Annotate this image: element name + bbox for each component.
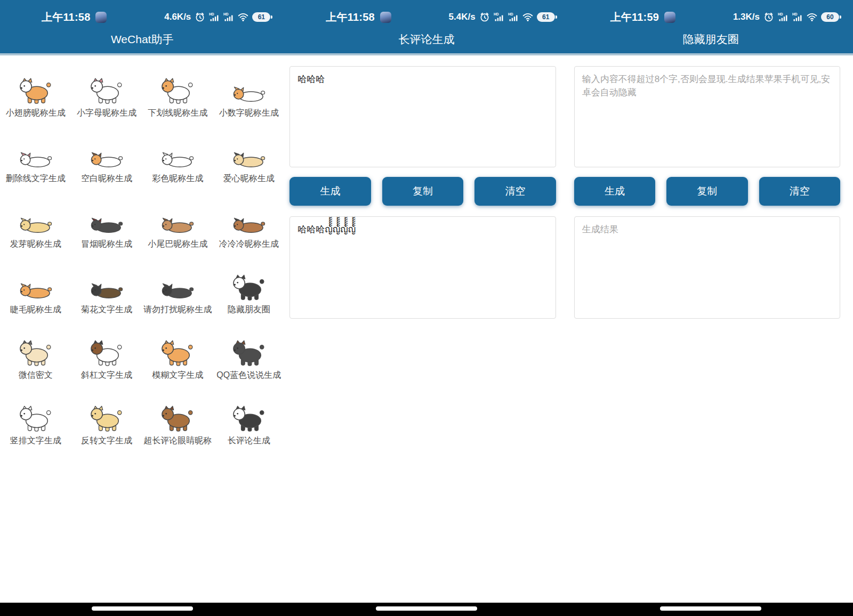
page-title: WeChat助手 xyxy=(0,28,284,51)
result-output[interactable]: 哈哈哈ญ้้้้้ญ้้้้้ญ้้้้้ญ้้้้้ xyxy=(289,216,556,319)
feature-item-label: 反转文字生成 xyxy=(81,435,132,447)
dog-icon xyxy=(232,335,265,368)
feature-item[interactable]: 彩色昵称生成 xyxy=(142,135,213,200)
page-title: 隐藏朋友圈 xyxy=(569,28,853,51)
feature-item-label: 小字母昵称生成 xyxy=(77,108,136,119)
feature-item[interactable]: 小翅膀昵称生成 xyxy=(0,69,71,135)
clear-button[interactable]: 清空 xyxy=(759,177,840,206)
feature-item-label: 微信密文 xyxy=(19,370,53,381)
generate-button[interactable]: 生成 xyxy=(574,177,655,206)
feature-item-label: 空白昵称生成 xyxy=(81,173,132,184)
feature-item[interactable]: 冷冷冷昵称生成 xyxy=(213,200,284,266)
feature-item-label: 菊花文字生成 xyxy=(81,304,132,315)
alarm-icon xyxy=(479,12,490,22)
feature-item[interactable]: 爱心昵称生成 xyxy=(213,135,284,200)
app-header: 上午11:58 5.4K/s 61 长评论生成 xyxy=(284,0,568,55)
feature-item[interactable]: 隐藏朋友圈 xyxy=(213,266,284,331)
feature-item-label: 冒烟昵称生成 xyxy=(81,239,132,250)
dog-icon xyxy=(90,204,123,237)
feature-item-label: 请勿打扰昵称生成 xyxy=(143,304,212,315)
dog-icon xyxy=(161,269,194,302)
feature-item[interactable]: 下划线昵称生成 xyxy=(142,69,213,135)
dog-icon xyxy=(161,138,194,171)
status-time: 上午11:58 xyxy=(326,10,374,25)
battery-indicator: 60 xyxy=(821,12,839,22)
dog-icon xyxy=(232,269,265,302)
dog-icon xyxy=(90,72,123,106)
feature-item-label: 爱心昵称生成 xyxy=(223,173,275,184)
feature-item[interactable]: 微信密文 xyxy=(0,331,71,397)
status-bar: 上午11:58 5.4K/s 61 xyxy=(284,0,568,28)
dog-icon xyxy=(90,269,123,302)
feature-item-label: QQ蓝色说说生成 xyxy=(216,370,281,381)
feature-item[interactable]: 请勿打扰昵称生成 xyxy=(142,266,213,331)
moments-input[interactable] xyxy=(574,66,840,167)
feature-item[interactable]: 睫毛昵称生成 xyxy=(0,266,71,331)
feature-item-label: 竖排文字生成 xyxy=(10,435,61,447)
button-row: 生成 复制 清空 xyxy=(289,177,556,206)
feature-item[interactable]: 竖排文字生成 xyxy=(0,397,71,463)
hd-signal-icon xyxy=(209,12,220,22)
dog-icon xyxy=(161,204,194,237)
button-row: 生成 复制 清空 xyxy=(574,177,840,206)
battery-indicator: 61 xyxy=(537,12,555,22)
status-time: 上午11:59 xyxy=(610,10,659,25)
dog-icon xyxy=(232,204,265,237)
feature-item[interactable]: 斜杠文字生成 xyxy=(71,331,142,397)
alarm-icon xyxy=(195,12,205,22)
feature-item[interactable]: 小数字昵称生成 xyxy=(213,69,284,135)
dog-icon xyxy=(19,269,52,302)
dog-icon xyxy=(161,400,194,433)
stitched-screenshots: 上午11:58 4.6K/s 61 WeChat助手 xyxy=(0,0,853,616)
feature-item-label: 超长评论眼睛昵称 xyxy=(143,435,212,447)
notification-app-icon xyxy=(95,12,107,23)
feature-item-label: 隐藏朋友圈 xyxy=(228,304,270,315)
gesture-pill[interactable] xyxy=(660,606,761,611)
dog-icon xyxy=(232,138,265,171)
generate-button[interactable]: 生成 xyxy=(289,177,371,206)
feature-item-label: 睫毛昵称生成 xyxy=(10,304,61,315)
status-bar: 上午11:58 4.6K/s 61 xyxy=(0,0,284,28)
dog-icon xyxy=(19,400,52,433)
hd-signal-icon xyxy=(778,12,788,22)
feature-item[interactable]: 长评论生成 xyxy=(213,397,284,463)
feature-item[interactable]: 超长评论眼睛昵称 xyxy=(142,397,213,463)
network-speed: 5.4K/s xyxy=(449,12,476,22)
generator-form: 生成 复制 清空 xyxy=(569,55,853,319)
status-time: 上午11:58 xyxy=(42,10,90,25)
feature-item-label: 彩色昵称生成 xyxy=(152,173,203,184)
alarm-icon xyxy=(763,12,774,22)
feature-item[interactable]: QQ蓝色说说生成 xyxy=(213,331,284,397)
comment-input[interactable]: 哈哈哈 xyxy=(289,66,556,167)
dog-icon xyxy=(90,138,123,171)
feature-item[interactable]: 反转文字生成 xyxy=(71,397,142,463)
hd-signal-icon xyxy=(792,12,803,22)
feature-item[interactable]: 模糊文字生成 xyxy=(142,331,213,397)
status-bar: 上午11:59 1.3K/s 60 xyxy=(569,0,853,28)
feature-item[interactable]: 小字母昵称生成 xyxy=(71,69,142,135)
dog-icon xyxy=(161,72,194,106)
feature-item[interactable]: 发芽昵称生成 xyxy=(0,200,71,266)
dog-icon xyxy=(90,400,123,433)
feature-item-label: 冷冷冷昵称生成 xyxy=(219,239,279,250)
dog-icon xyxy=(19,204,52,237)
notification-app-icon xyxy=(664,12,675,23)
copy-button[interactable]: 复制 xyxy=(666,177,747,206)
feature-item-label: 下划线昵称生成 xyxy=(148,108,207,119)
feature-item[interactable]: 空白昵称生成 xyxy=(71,135,142,200)
feature-item-label: 删除线文字生成 xyxy=(6,173,66,184)
feature-item[interactable]: 删除线文字生成 xyxy=(0,135,71,200)
feature-grid: 小翅膀昵称生成 小字母昵称生成 下划线昵称生成 xyxy=(0,55,284,463)
copy-button[interactable]: 复制 xyxy=(382,177,463,206)
feature-item[interactable]: 冒烟昵称生成 xyxy=(71,200,142,266)
notification-app-icon xyxy=(380,12,391,23)
result-output[interactable] xyxy=(574,216,840,319)
gesture-pill[interactable] xyxy=(92,606,193,611)
generator-form: 哈哈哈 生成 复制 清空 哈哈哈ญ้้้้้ญ้้้้้ญ้้้้้ญ้้้้้ xyxy=(284,55,568,319)
screen-wechat-helper: 上午11:58 4.6K/s 61 WeChat助手 xyxy=(0,0,284,616)
feature-item[interactable]: 菊花文字生成 xyxy=(71,266,142,331)
app-header: 上午11:59 1.3K/s 60 隐藏朋友圈 xyxy=(569,0,853,55)
feature-item[interactable]: 小尾巴昵称生成 xyxy=(142,200,213,266)
clear-button[interactable]: 清空 xyxy=(474,177,556,206)
gesture-pill[interactable] xyxy=(376,606,477,611)
